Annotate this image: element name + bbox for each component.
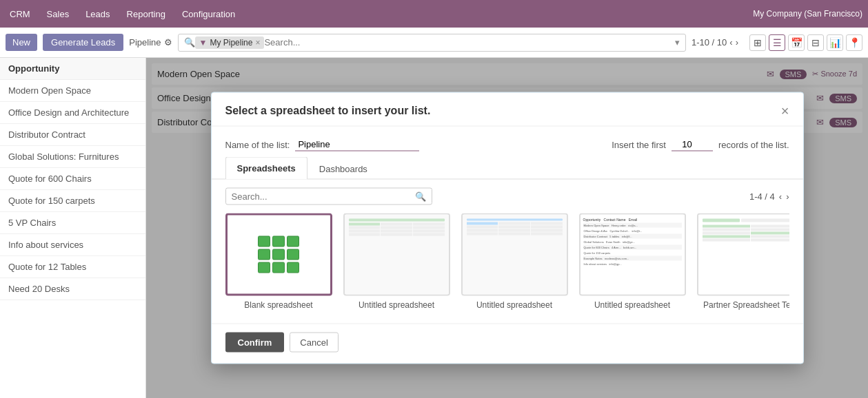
card-preview-blank <box>225 213 332 296</box>
grid-next-arrow[interactable]: › <box>786 191 789 202</box>
pipeline-label: Pipeline <box>129 37 161 48</box>
modal-header: Select a spreadsheet to insert your list… <box>212 93 803 127</box>
grid-cell <box>287 249 299 260</box>
grid-prev-arrow[interactable]: ‹ <box>779 191 782 202</box>
sidebar-item-info-about-services[interactable]: Info about services <box>0 234 145 256</box>
grid-cell <box>258 249 270 260</box>
sidebar-item-5-vp-chairs[interactable]: 5 VP Chairs <box>0 212 145 234</box>
records-label: records of the list. <box>718 139 789 149</box>
grid-pagination: 1-4 / 4 ‹ › <box>749 191 789 202</box>
gear-icon: ⚙ <box>164 37 172 48</box>
grid-search-row: 🔍 1-4 / 4 ‹ › <box>225 188 789 205</box>
generate-leads-button[interactable]: Generate Leads <box>43 34 123 51</box>
sidebar-item-quote-12-tables[interactable]: Quote for 12 Tables <box>0 256 145 278</box>
prev-page-arrow[interactable]: ‹ <box>729 37 732 48</box>
card-label-untitled1: Untitled spreadsheet <box>343 300 450 310</box>
spreadsheet-cards: Blank spreadsheet <box>225 213 789 315</box>
list-name-input[interactable] <box>295 138 419 151</box>
sidebar-item-need-20-desks[interactable]: Need 20 Desks <box>0 278 145 300</box>
cancel-button[interactable]: Cancel <box>290 333 338 353</box>
grid-cell <box>272 262 285 273</box>
pagination-info: 1-10 / 10 ‹ › <box>692 37 738 48</box>
spreadsheet-card-untitled2[interactable]: Untitled spreadsheet <box>461 213 568 310</box>
table-view-icon[interactable]: ⊟ <box>807 34 824 51</box>
next-page-arrow[interactable]: › <box>736 37 738 48</box>
sidebar-item-modern-open-space[interactable]: Modern Open Space <box>0 80 145 102</box>
modal-close-button[interactable]: × <box>781 104 789 118</box>
company-name: My Company (San Francisco) <box>753 9 862 19</box>
pagination-text: 1-10 / 10 <box>692 37 727 48</box>
sidebar-section-header: Opportunity <box>0 58 145 80</box>
grid-cell <box>272 249 285 260</box>
insert-count-input[interactable] <box>672 138 713 151</box>
modal-tabs: Spreadsheets Dashboards <box>212 157 803 180</box>
grid-pagination-text: 1-4 / 4 <box>749 191 775 202</box>
kanban-view-icon[interactable]: ⊞ <box>749 34 766 51</box>
sidebar-item-office-design[interactable]: Office Design and Architecture <box>0 102 145 124</box>
content-area: Modern Open Space ✉ SMS ✂ Snooze 7d Offi… <box>146 58 868 398</box>
thumb-content <box>345 215 449 295</box>
sub-toolbar: New Generate Leads Pipeline ⚙ 🔍 ▼ My Pip… <box>0 28 868 58</box>
nav-sales[interactable]: Sales <box>43 9 74 19</box>
modal-grid-area: 🔍 1-4 / 4 ‹ › <box>212 180 803 321</box>
name-label: Name of the list: <box>225 139 290 149</box>
insert-group: Insert the first records of the list. <box>612 138 789 151</box>
sidebar-item-distributor-contract[interactable]: Distributor Contract <box>0 124 145 146</box>
grid-search-box: 🔍 <box>225 188 432 205</box>
card-label-untitled3: Untitled spreadsheet <box>579 300 686 310</box>
form-row: Name of the list: Insert the first recor… <box>225 138 789 151</box>
filter-tag-close[interactable]: × <box>255 38 260 48</box>
nav-leads[interactable]: Leads <box>81 9 114 19</box>
spreadsheet-card-untitled3[interactable]: Opportunity Contact Name Email Modern Op… <box>579 213 686 310</box>
confirm-button[interactable]: Confirm <box>225 333 285 353</box>
modal-title: Select a spreadsheet to insert your list… <box>225 105 431 117</box>
card-label-blank: Blank spreadsheet <box>225 300 332 310</box>
grid-cell <box>287 262 299 273</box>
calendar-view-icon[interactable]: 📅 <box>788 34 805 51</box>
card-preview-untitled3: Opportunity Contact Name Email Modern Op… <box>579 213 686 296</box>
sidebar-item-quote-600-chairs[interactable]: Quote for 600 Chairs <box>0 168 145 190</box>
pipeline-button[interactable]: Pipeline ⚙ <box>129 37 172 48</box>
map-view-icon[interactable]: 📍 <box>846 34 862 51</box>
graph-view-icon[interactable]: 📊 <box>827 34 843 51</box>
filter-icon: ▼ <box>199 38 208 48</box>
sidebar-item-quote-150-carpets[interactable]: Quote for 150 carpets <box>0 190 145 212</box>
grid-search-icon: 🔍 <box>415 191 426 202</box>
tab-dashboards[interactable]: Dashboards <box>307 157 379 180</box>
search-dropdown[interactable]: ▾ <box>675 37 680 48</box>
sidebar-item-global-solutions[interactable]: Global Solutions: Furnitures <box>0 146 145 168</box>
spreadsheet-modal: Select a spreadsheet to insert your list… <box>211 92 804 364</box>
main-layout: Opportunity Modern Open Space Office Des… <box>0 58 868 398</box>
grid-cell <box>258 236 270 247</box>
name-group: Name of the list: <box>225 138 420 151</box>
card-label-partner: Partner Spreadsheet Test <box>697 300 789 310</box>
modal-form: Name of the list: Insert the first recor… <box>212 127 803 157</box>
grid-cell <box>287 236 299 247</box>
insert-label: Insert the first <box>612 139 666 149</box>
new-button[interactable]: New <box>6 34 37 51</box>
search-bar: 🔍 ▼ My Pipeline × ▾ <box>178 34 686 52</box>
sidebar: Opportunity Modern Open Space Office Des… <box>0 58 146 398</box>
blank-icon <box>258 236 299 273</box>
nav-reporting[interactable]: Reporting <box>123 9 170 19</box>
modal-footer: Confirm Cancel <box>212 324 803 364</box>
filter-tag[interactable]: ▼ My Pipeline × <box>195 36 265 49</box>
thumb-content2 <box>463 215 567 295</box>
spreadsheet-card-untitled1[interactable]: Untitled spreadsheet <box>343 213 450 310</box>
filter-tag-label: My Pipeline <box>210 38 252 48</box>
grid-cell <box>258 262 270 273</box>
grid-cell <box>272 236 285 247</box>
thumb-content3: Opportunity Contact Name Email Modern Op… <box>581 215 685 295</box>
spreadsheet-card-partner[interactable]: Partner Spreadsheet Test <box>697 213 789 310</box>
nav-crm[interactable]: CRM <box>6 9 34 19</box>
card-preview-partner <box>697 213 789 296</box>
tab-spreadsheets[interactable]: Spreadsheets <box>225 157 307 180</box>
search-icon: 🔍 <box>184 37 195 48</box>
spreadsheet-card-blank[interactable]: Blank spreadsheet <box>225 213 332 310</box>
card-label-untitled2: Untitled spreadsheet <box>461 300 568 310</box>
nav-configuration[interactable]: Configuration <box>178 9 239 19</box>
thumb-content4 <box>698 215 789 295</box>
search-input[interactable] <box>264 37 675 48</box>
grid-search-input[interactable] <box>232 191 411 202</box>
list-view-icon[interactable]: ☰ <box>769 34 785 51</box>
